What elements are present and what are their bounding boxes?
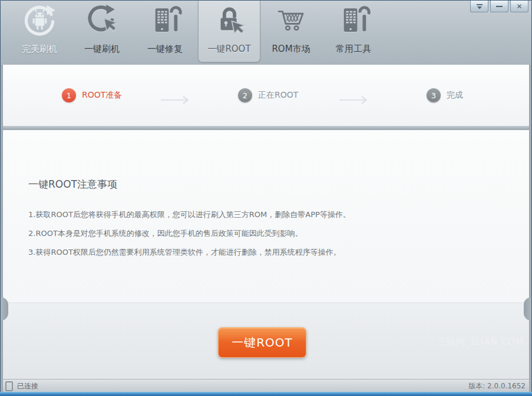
note-item: 1.获取ROOT后您将获得手机的最高权限，您可以进行刷入第三方ROM，删除自带A… [28,209,351,220]
step-label: 完成 [447,90,463,101]
window-controls: ✕ [468,1,528,12]
step-root-prepare: 1 ROOT准备 [62,88,122,102]
android-logo-icon [9,3,70,38]
step-arrow-icon [160,95,190,105]
note-item: 2.ROOT本身是对您手机系统的修改，因此您手机的售后政策可能因此受到影响。 [28,228,303,239]
skin-icon [476,4,483,9]
watermark: 三联网 3LIAN.COM [437,337,524,348]
left-edge [1,65,3,392]
app-window: 完美刷机 一键刷机 [0,0,532,396]
step-progress-bar: 1 ROOT准备 2 正在ROOT 3 完成 [1,65,531,126]
step-label: 正在ROOT [258,90,298,101]
right-edge [529,65,531,392]
close-button[interactable]: ✕ [510,1,528,12]
tab-one-key-root[interactable]: 一键ROOT [198,1,260,62]
logo-label: 完美刷机 [9,44,70,55]
section-divider [1,126,531,130]
phone-wrench-icon [134,3,196,38]
step-label: ROOT准备 [82,90,122,101]
status-bar: 已连接 版本: 2.0.0.1652 [1,379,531,392]
tab-label: 常用工具 [323,44,384,55]
tab-one-key-flash[interactable]: 一键刷机 [71,1,133,62]
lock-hand-icon [199,3,260,38]
minimize-button[interactable] [490,1,508,12]
tab-rom-market[interactable]: ROM市场 [260,1,322,62]
connection-status: 已连接 [5,381,38,391]
step-number-badge: 2 [238,88,252,102]
tab-label: ROM市场 [260,44,322,55]
cart-icon [260,3,322,38]
right-edge-handle [524,297,531,321]
refresh-hand-icon [71,3,133,38]
skin-button[interactable] [470,1,488,12]
window-bottom-border [0,392,532,396]
app-logo: 完美刷机 [9,1,70,62]
tab-label: 一键修复 [134,44,196,55]
tab-label: 一键ROOT [199,44,260,55]
one-key-root-button[interactable]: 一键ROOT [218,327,306,358]
close-icon: ✕ [516,2,522,11]
step-number-badge: 3 [427,88,441,102]
step-arrow-icon [338,95,369,105]
step-finish: 3 完成 [427,88,463,102]
step-number-badge: 1 [62,88,76,102]
tab-one-key-repair[interactable]: 一键修复 [134,1,196,62]
step-rooting: 2 正在ROOT [238,88,298,102]
tab-common-tools[interactable]: 常用工具 [323,1,384,62]
minimize-icon [496,6,503,7]
tab-label: 一键刷机 [71,44,133,55]
phone-icon [5,381,13,391]
notes-title: 一键ROOT注意事项 [28,178,117,191]
phone-wrench-icon [323,3,384,38]
toolbar: 完美刷机 一键刷机 [1,1,531,65]
version-label: 版本: 2.0.0.1652 [468,381,526,391]
connection-label: 已连接 [17,381,38,391]
note-item: 3.获得ROOT权限后您仍然需要利用系统管理类软件，才能进行删除，禁用系统程序等… [28,247,341,258]
